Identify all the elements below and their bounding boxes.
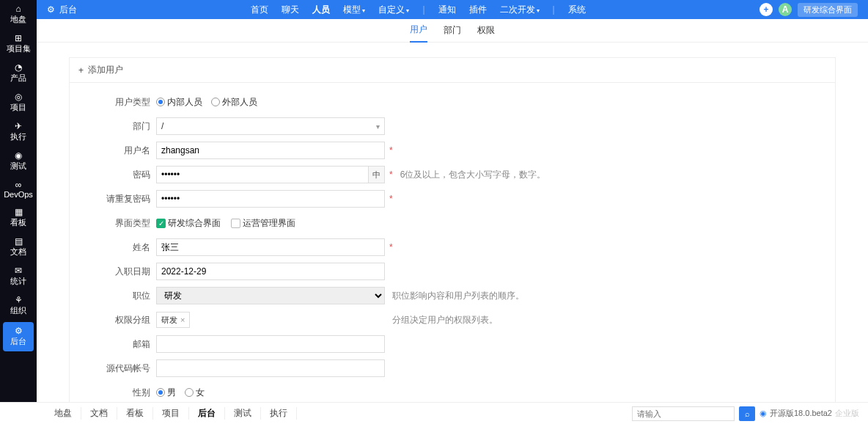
sidebar-item-label: 看板 [10, 217, 26, 228]
label-username: 用户名 [99, 145, 156, 157]
bottom-tab-project[interactable]: 项目 [153, 407, 189, 420]
checkbox-rd-ui[interactable]: ✓研发综合界面 [156, 217, 221, 230]
topbar: ⚙ 后台 首页 聊天 人员 模型▾ 自定义▾ | 通知 插件 二次开发▾ | 系… [37, 0, 868, 19]
label-user-type: 用户类型 [99, 96, 156, 109]
close-icon[interactable]: × [180, 315, 185, 324]
radio-icon [185, 388, 194, 397]
chevron-down-icon: ▾ [537, 7, 540, 14]
sidebar-item-stats[interactable]: ✉统计 [0, 262, 37, 291]
bottom-tab-admin[interactable]: 后台 [189, 407, 225, 420]
label-department: 部门 [99, 120, 156, 133]
sidebar-item-label: 项目 [10, 102, 26, 113]
search-button[interactable]: ⌕ [739, 406, 755, 421]
label-perm-group: 权限分组 [99, 314, 156, 326]
nav-home[interactable]: 首页 [251, 4, 268, 16]
nav-notify[interactable]: 通知 [438, 4, 456, 16]
bottom-tab-doc[interactable]: 文档 [81, 407, 117, 420]
left-sidebar: ⌂地盘 ⊞项目集 ◔产品 ◎项目 ✈执行 ◉测试 ∞DevOps ▦看板 ▤文档… [0, 0, 37, 424]
sidebar-item-label: 地盘 [10, 14, 26, 25]
sidebar-item-org[interactable]: ⚘组织 [0, 291, 37, 321]
bottom-tab-qa[interactable]: 测试 [225, 407, 261, 420]
chevron-down-icon: ▾ [362, 7, 365, 14]
chevron-down-icon: ▾ [406, 7, 409, 14]
nav-dev[interactable]: 二次开发▾ [500, 4, 540, 16]
perm-group-tag[interactable]: 研发× [156, 312, 190, 328]
grid-icon: ⊞ [15, 34, 22, 43]
sidebar-item-execution[interactable]: ✈执行 [0, 117, 37, 147]
nav-people[interactable]: 人员 [312, 4, 330, 16]
checkbox-ops-ui[interactable]: 运营管理界面 [231, 217, 295, 230]
search-icon: ⌕ [745, 409, 750, 418]
sidebar-item-label: 组织 [10, 305, 26, 316]
join-date-input[interactable] [156, 263, 385, 280]
sidebar-item-qa[interactable]: ◉测试 [0, 147, 37, 176]
sidebar-item-label: 执行 [10, 131, 26, 142]
sidebar-item-dashboard[interactable]: ⌂地盘 [0, 0, 37, 29]
mail-icon: ✉ [15, 266, 22, 275]
nav-plugin[interactable]: 插件 [469, 4, 487, 16]
sidebar-item-label: 产品 [10, 73, 26, 84]
role-select[interactable]: 研发 [156, 287, 385, 304]
search-input[interactable] [632, 406, 735, 421]
role-hint: 职位影响内容和用户列表的顺序。 [392, 290, 524, 302]
product-icon: ◔ [15, 63, 22, 72]
sidebar-item-product[interactable]: ◔产品 [0, 59, 37, 88]
radio-icon [156, 388, 165, 397]
radio-male[interactable]: 男 [156, 387, 176, 399]
tab-user[interactable]: 用户 [410, 18, 427, 43]
ui-mode-badge[interactable]: 研发综合界面 [798, 3, 858, 17]
sidebar-item-doc[interactable]: ▤文档 [0, 233, 37, 262]
label-gender: 性别 [99, 387, 156, 399]
nav-system[interactable]: 系统 [568, 4, 586, 16]
tab-department[interactable]: 部门 [444, 19, 461, 42]
subtabs: 用户 部门 权限 [37, 19, 868, 43]
sidebar-item-kanban[interactable]: ▦看板 [0, 203, 37, 233]
plane-icon: ✈ [15, 122, 22, 131]
sidebar-item-label: 后台 [10, 336, 26, 347]
separator: | [553, 4, 555, 15]
sidebar-item-project[interactable]: ◎项目 [0, 88, 37, 117]
form-panel: + 添加用户 用户类型 内部人员 外部人员 部门 /▾ [69, 57, 836, 424]
radio-icon [211, 98, 220, 106]
radio-female[interactable]: 女 [185, 387, 205, 399]
board-icon: ▦ [15, 208, 23, 216]
required-mark: * [389, 194, 393, 204]
radio-internal[interactable]: 内部人员 [156, 96, 202, 109]
bottom-tab-kanban[interactable]: 看板 [117, 407, 153, 420]
password-strength-toggle[interactable]: 中 [369, 166, 385, 183]
sidebar-item-devops[interactable]: ∞DevOps [0, 176, 37, 203]
gear-icon: ⚙ [47, 4, 55, 15]
radio-external[interactable]: 外部人员 [211, 96, 257, 109]
tab-permission[interactable]: 权限 [477, 19, 495, 42]
required-mark: * [389, 145, 393, 156]
plus-icon: + [78, 65, 84, 76]
bottom-tab-dashboard[interactable]: 地盘 [45, 407, 81, 420]
sidebar-item-program[interactable]: ⊞项目集 [0, 29, 37, 59]
add-button[interactable]: + [760, 3, 773, 16]
sidebar-item-label: 测试 [10, 161, 26, 172]
label-join-date: 入职日期 [99, 266, 156, 278]
org-icon: ⚘ [15, 296, 23, 304]
target-icon: ◎ [15, 92, 22, 101]
bottombar: 地盘 文档 看板 项目 后台 测试 执行 ⌕ ◉ 开源版18.0.beta2 企… [0, 402, 868, 424]
email-input[interactable] [156, 335, 385, 353]
doc-icon: ▤ [15, 237, 23, 246]
sidebar-item-label: DevOps [4, 190, 33, 199]
label-role: 职位 [99, 290, 156, 302]
nav-custom[interactable]: 自定义▾ [378, 4, 409, 16]
sidebar-item-admin[interactable]: ⚙后台 [3, 322, 34, 351]
confirm-password-input[interactable] [156, 190, 385, 208]
source-account-input[interactable] [156, 359, 385, 377]
username-input[interactable] [156, 142, 385, 159]
sidebar-item-label: 文档 [10, 246, 26, 257]
nav-model[interactable]: 模型▾ [343, 4, 365, 16]
bottom-tab-execution[interactable]: 执行 [261, 407, 297, 420]
department-select[interactable]: /▾ [156, 117, 385, 135]
topbar-context[interactable]: 后台 [59, 4, 77, 16]
watermark: 企业版 [835, 408, 859, 419]
nav-chat[interactable]: 聊天 [282, 4, 299, 16]
avatar[interactable]: A [779, 3, 792, 16]
separator: | [422, 4, 424, 15]
realname-input[interactable] [156, 238, 385, 256]
password-input[interactable] [156, 166, 369, 183]
